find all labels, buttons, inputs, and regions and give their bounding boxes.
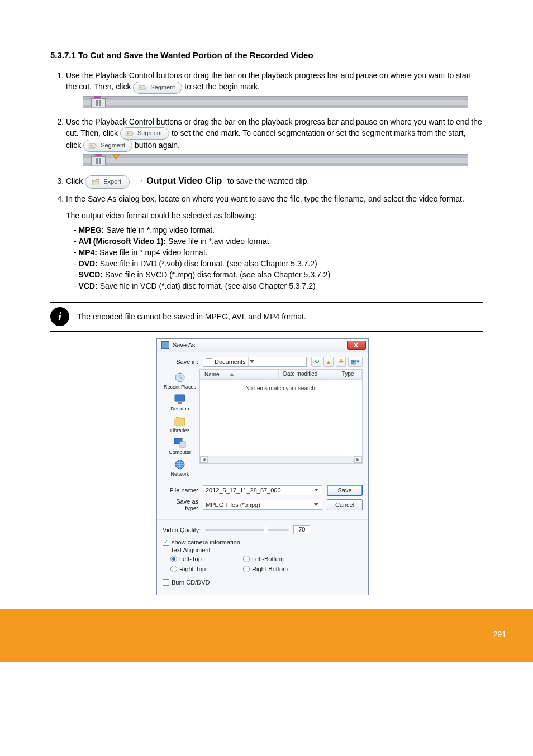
save-in-label: Save in:	[163, 358, 198, 365]
scroll-left-icon[interactable]: ◄	[200, 456, 208, 463]
segment-button[interactable]: Segment	[120, 127, 169, 140]
file-name-value: 2012_5_17_11_28_57_000	[206, 487, 281, 494]
align-right-top-label: Right-Top	[179, 566, 206, 572]
file-list[interactable]: Name Date modified Type No items match y…	[199, 369, 363, 464]
arrow-then: → Output Video Clip	[135, 176, 222, 185]
computer-icon	[173, 437, 187, 449]
show-camera-info-checkbox[interactable]	[163, 539, 169, 546]
new-folder-icon[interactable]: ✚	[336, 357, 346, 367]
burn-cd-dvd-checkbox[interactable]	[163, 579, 169, 586]
save-in-value: Documents	[215, 358, 246, 365]
fmt-svcd-desc: Save file in SVCD (*.mpg) disc format. (…	[103, 270, 330, 279]
segment-icon	[125, 130, 134, 137]
segment-button[interactable]: Segment	[83, 140, 132, 152]
svg-rect-6	[99, 158, 101, 164]
cancel-button[interactable]: Cancel	[327, 499, 363, 510]
page-number: 291	[493, 630, 506, 639]
scroll-right-icon[interactable]: ►	[354, 456, 362, 463]
close-icon[interactable]	[347, 341, 366, 350]
step-2-text-c: button again.	[135, 141, 180, 150]
segment-label: Segment	[101, 141, 125, 150]
export-icon	[91, 179, 100, 185]
save-as-type-label: Save as type:	[163, 498, 198, 511]
step-1-text-a: Use the Playback Control buttons or drag…	[66, 71, 471, 91]
dialog-toolbar: ⟲ ▲ ✚ ▦▾	[311, 357, 363, 367]
segment-button[interactable]: Segment	[133, 82, 182, 94]
svg-rect-11	[180, 442, 185, 447]
info-icon: i	[50, 307, 69, 326]
segment-icon	[138, 84, 147, 91]
back-icon[interactable]: ⟲	[311, 357, 321, 367]
video-quality-value[interactable]: 70	[293, 525, 310, 534]
chevron-down-icon[interactable]	[312, 500, 320, 509]
place-libraries[interactable]: Libraries	[170, 415, 190, 433]
slider-thumb[interactable]	[264, 527, 268, 533]
file-list-empty: No items match your search.	[200, 380, 362, 391]
save-in-combo[interactable]: Documents	[203, 357, 307, 367]
place-desktop[interactable]: Desktop	[170, 393, 189, 412]
place-network[interactable]: Network	[170, 458, 189, 477]
timeline-handle-icon[interactable]	[91, 156, 106, 165]
fmt-avi-desc: Save file in *.avi video format.	[166, 237, 271, 246]
dialog-title: Save As	[173, 342, 344, 348]
svg-rect-8	[175, 395, 185, 401]
info-note: i The encoded file cannot be saved in MP…	[50, 302, 483, 332]
video-quality-slider[interactable]	[205, 529, 289, 531]
file-name-label: File name:	[163, 487, 198, 494]
dialog-app-icon	[161, 341, 169, 349]
align-left-top-label: Left-Top	[179, 556, 202, 562]
fmt-avi-title: AVI (Microsoft Video 1):	[79, 237, 166, 246]
formats-list: - MPEG: Save file in *.mpg video format.…	[74, 226, 483, 290]
place-libraries-label: Libraries	[170, 428, 190, 433]
align-right-bottom-label: Right-Bottom	[252, 566, 288, 572]
step-3: Click Export → Output Video Clip to save…	[66, 174, 483, 188]
folder-icon	[206, 358, 212, 365]
end-marker-icon[interactable]	[112, 151, 120, 157]
align-right-top-radio[interactable]	[170, 566, 177, 572]
fmt-vcd-desc: Save file in VCD (*.dat) disc format. (s…	[98, 281, 316, 290]
info-note-text: The encoded file cannot be saved in MPEG…	[77, 312, 306, 321]
up-one-level-icon[interactable]: ▲	[323, 357, 334, 367]
segment-label: Segment	[150, 83, 175, 92]
step-2: Use the Playback Control buttons or drag…	[66, 116, 483, 167]
place-recent-label: Recent Places	[164, 384, 196, 390]
recent-places-icon	[173, 371, 187, 384]
align-right-bottom-radio[interactable]	[243, 566, 250, 572]
col-name: Name	[204, 371, 220, 377]
file-name-field[interactable]: 2012_5_17_11_28_57_000	[203, 485, 322, 495]
col-date: Date modified	[279, 370, 337, 379]
save-as-type-field[interactable]: MPEG Files (*.mpg)	[203, 500, 322, 510]
step-list: Use the Playback Control buttons or drag…	[66, 70, 483, 204]
chevron-down-icon[interactable]	[248, 357, 256, 366]
export-label: Export	[103, 178, 121, 186]
file-list-header[interactable]: Name Date modified Type	[200, 370, 362, 380]
chevron-down-icon[interactable]	[312, 486, 320, 495]
svg-point-0	[140, 87, 142, 88]
place-computer[interactable]: Computer	[169, 437, 191, 455]
fmt-svcd-title: SVCD:	[79, 270, 103, 279]
save-as-dialog: Save As Save in: Documents ⟲ ▲ ✚ ▦▾	[156, 338, 369, 595]
view-menu-icon[interactable]: ▦▾	[348, 357, 363, 367]
fmt-mpeg-title: MPEG:	[79, 226, 104, 235]
svg-point-3	[127, 133, 129, 135]
timeline-begin[interactable]	[83, 96, 468, 108]
align-left-top-radio[interactable]	[170, 556, 177, 562]
svg-rect-9	[178, 402, 182, 404]
col-type: Type	[337, 370, 362, 379]
timeline-handle-icon[interactable]	[91, 98, 106, 107]
fmt-mpeg-desc: Save file in *.mpg video format.	[104, 226, 215, 235]
fmt-mp4-title: MP4:	[79, 248, 97, 257]
timeline-end[interactable]	[83, 154, 468, 166]
save-button[interactable]: Save	[327, 485, 363, 496]
save-as-type-value: MPEG Files (*.mpg)	[206, 501, 260, 508]
network-icon	[173, 458, 187, 471]
svg-rect-1	[96, 100, 98, 106]
formats-intro: The output video format could be selecte…	[66, 211, 483, 220]
export-button[interactable]: Export	[85, 175, 130, 189]
svg-point-4	[90, 145, 92, 147]
align-left-bottom-radio[interactable]	[243, 556, 250, 562]
sort-asc-icon	[230, 373, 234, 376]
place-recent[interactable]: Recent Places	[164, 371, 196, 390]
horizontal-scrollbar[interactable]: ◄ ►	[200, 456, 362, 463]
show-camera-info-label: show camera information	[172, 539, 240, 546]
